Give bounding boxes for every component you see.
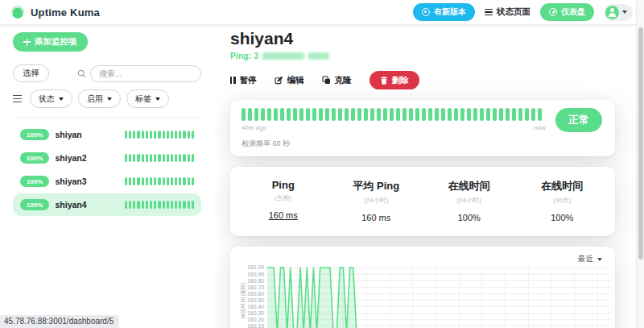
chart-range-label: 最近	[578, 254, 593, 264]
mini-heartbeat-bar	[125, 177, 194, 185]
beat[interactable]	[306, 108, 310, 121]
avatar	[605, 6, 619, 19]
svg-text:160.50: 160.50	[247, 297, 264, 303]
new-version-button[interactable]: 有新版本	[413, 3, 475, 21]
select-button[interactable]: 选择	[13, 64, 49, 82]
beat[interactable]	[402, 108, 407, 121]
beat[interactable]	[325, 108, 329, 121]
monitor-name: shiyan2	[55, 153, 86, 163]
monitor-name: shiyan4	[55, 200, 86, 210]
filter-label: 状态	[39, 93, 55, 105]
search-input[interactable]	[90, 65, 201, 82]
beat[interactable]	[486, 108, 490, 121]
svg-text:160.10: 160.10	[247, 323, 264, 328]
monitor-list-item-shiyan3[interactable]: 100%shiyan3	[13, 170, 201, 193]
beat[interactable]	[512, 108, 516, 121]
beat[interactable]	[370, 108, 374, 121]
beat[interactable]	[293, 108, 297, 121]
beat[interactable]	[242, 108, 246, 121]
pause-button[interactable]: 暂停	[230, 75, 257, 86]
beat[interactable]	[274, 108, 278, 121]
edit-button[interactable]: 编辑	[275, 75, 304, 86]
beat[interactable]	[422, 108, 426, 121]
monitor-list-item-shiyan[interactable]: 100%shiyan	[13, 123, 201, 146]
beat[interactable]	[480, 108, 484, 121]
add-monitor-label: 添加监控项	[35, 36, 77, 48]
chart-range-dropdown[interactable]: 最近	[578, 254, 602, 264]
browser-link-preview: 45.78.76.88:3001/dashboard/5	[0, 315, 119, 328]
monitor-name: shiyan	[55, 130, 81, 139]
beat[interactable]	[473, 108, 477, 121]
beat[interactable]	[312, 108, 316, 121]
trash-icon	[380, 76, 388, 85]
beat[interactable]	[499, 108, 503, 121]
beat[interactable]	[261, 108, 265, 121]
beat[interactable]	[441, 108, 445, 121]
beat[interactable]	[280, 108, 284, 121]
monitor-list-item-shiyan2[interactable]: 100%shiyan2	[13, 147, 201, 169]
filter-dropdown-0[interactable]: 状态	[30, 89, 72, 108]
filter-label: 标签	[135, 93, 151, 105]
beat[interactable]	[357, 108, 361, 121]
stat-title: 在线时间	[516, 179, 609, 193]
beat[interactable]	[345, 108, 349, 121]
stat-period: (24小时)	[330, 196, 423, 205]
beat[interactable]	[435, 108, 439, 121]
beat[interactable]	[390, 108, 394, 121]
beat[interactable]	[493, 108, 497, 121]
beat[interactable]	[299, 108, 303, 121]
stat-value: 160 ms	[237, 210, 330, 220]
beat[interactable]	[538, 108, 542, 121]
beat[interactable]	[377, 108, 381, 121]
beat[interactable]	[332, 108, 336, 121]
uptime-badge: 100%	[20, 199, 49, 210]
clone-button[interactable]: 克隆	[322, 75, 352, 86]
filter-label: 启用	[87, 93, 103, 105]
beat[interactable]	[396, 108, 400, 121]
heartbeat-card: 40m ago now 检测频率 60 秒 正常	[230, 100, 615, 156]
beat[interactable]	[428, 108, 432, 121]
filter-dropdown-2[interactable]: 标签	[126, 89, 169, 108]
delete-button[interactable]: 删除	[369, 71, 419, 89]
monitor-list-item-shiyan4[interactable]: 100%shiyan4	[13, 193, 201, 216]
beat[interactable]	[448, 108, 452, 121]
svg-text:160.70: 160.70	[247, 284, 264, 290]
beat[interactable]	[454, 108, 458, 121]
scrollbar-track[interactable]	[636, 0, 644, 328]
beat[interactable]	[518, 108, 522, 121]
beat[interactable]	[364, 108, 368, 121]
svg-text:161.00: 161.00	[247, 264, 264, 270]
beat[interactable]	[531, 108, 535, 121]
beat[interactable]	[467, 108, 471, 121]
gauge-icon	[549, 8, 557, 16]
user-menu[interactable]	[604, 4, 633, 21]
dashboard-button[interactable]: 仪表盘	[540, 3, 594, 21]
beat[interactable]	[267, 108, 271, 121]
beat[interactable]	[525, 108, 529, 121]
beat[interactable]	[248, 108, 252, 121]
beat[interactable]	[460, 108, 464, 121]
stat-period: (当前)	[237, 193, 330, 202]
scrollbar-thumb[interactable]	[638, 27, 643, 259]
beat[interactable]	[506, 108, 510, 121]
chevron-down-icon	[597, 258, 602, 261]
status-badge: 正常	[555, 108, 602, 132]
beat[interactable]	[287, 108, 291, 121]
filter-dropdown-1[interactable]: 启用	[78, 89, 121, 108]
add-monitor-button[interactable]: 添加监控项	[13, 32, 88, 52]
beat[interactable]	[338, 108, 342, 121]
svg-text:160.30: 160.30	[247, 310, 264, 316]
beat[interactable]	[351, 108, 355, 121]
filter-menu-icon[interactable]	[13, 95, 22, 102]
plus-icon	[23, 39, 31, 46]
beat[interactable]	[415, 108, 419, 121]
search-icon	[77, 69, 86, 78]
chevron-down-icon	[59, 98, 64, 101]
mini-heartbeat-bar	[125, 131, 194, 139]
stat-column-3: 在线时间(30天)100%	[516, 179, 609, 222]
beat[interactable]	[383, 108, 387, 121]
beat[interactable]	[409, 108, 413, 121]
beat[interactable]	[254, 108, 258, 121]
status-pages-link[interactable]: 状态页面	[485, 6, 530, 18]
beat[interactable]	[319, 108, 323, 121]
